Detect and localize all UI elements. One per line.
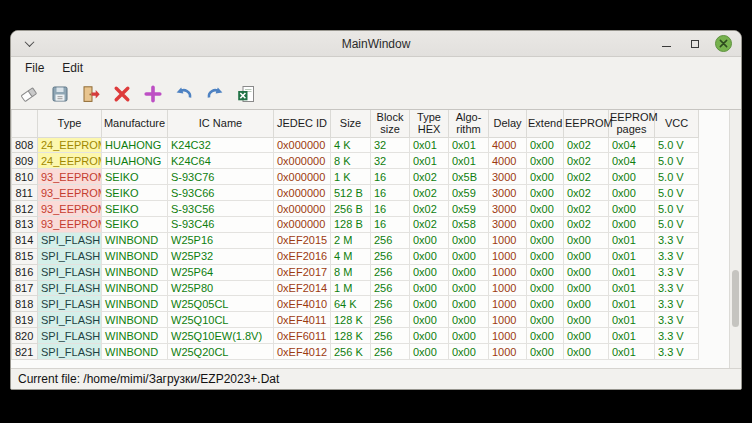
table-cell[interactable]: S-93C66 <box>168 185 274 201</box>
table-cell[interactable]: 0x00 <box>527 137 564 153</box>
table-cell[interactable]: 0x00 <box>609 185 655 201</box>
table-cell[interactable]: 0x02 <box>564 216 609 232</box>
table-cell[interactable]: 0x00 <box>410 344 449 360</box>
table-cell[interactable]: 5.0 V <box>655 169 699 185</box>
table-cell[interactable]: 0x04 <box>609 137 655 153</box>
table-cell[interactable]: 0x00 <box>449 328 489 344</box>
column-header[interactable]: Size <box>331 110 371 137</box>
table-cell[interactable]: K24C64 <box>168 153 274 169</box>
table-cell[interactable]: 32 <box>371 137 410 153</box>
table-cell[interactable]: W25Q10EW(1.8V) <box>168 328 274 344</box>
table-cell[interactable]: WINBOND <box>102 296 168 312</box>
table-cell[interactable]: HUAHONG <box>102 153 168 169</box>
column-header[interactable]: Type <box>38 110 102 137</box>
table-cell[interactable]: 3.3 V <box>655 328 699 344</box>
table-cell[interactable]: S-93C46 <box>168 216 274 232</box>
table-row[interactable]: 820SPI_FLASHWINBONDW25Q10EW(1.8V)0xEF601… <box>12 328 699 344</box>
table-cell[interactable]: WINBOND <box>102 344 168 360</box>
table-cell[interactable]: 0x59 <box>449 185 489 201</box>
table-cell[interactable]: 93_EEPROM <box>38 201 102 217</box>
table-cell[interactable]: 0x00 <box>609 169 655 185</box>
table-cell[interactable]: 256 <box>371 296 410 312</box>
table-cell[interactable]: 0xEF4010 <box>274 296 331 312</box>
table-cell[interactable]: 16 <box>371 169 410 185</box>
table-cell[interactable]: 0x02 <box>410 169 449 185</box>
table-row[interactable]: 80924_EEPROMHUAHONGK24C640x0000008 K320x… <box>12 153 699 169</box>
table-cell[interactable]: 0x01 <box>449 137 489 153</box>
table-cell[interactable]: 0x02 <box>410 185 449 201</box>
add-button[interactable] <box>142 83 164 105</box>
column-header[interactable]: Extend <box>527 110 564 137</box>
table-cell[interactable]: SPI_FLASH <box>38 296 102 312</box>
table-cell[interactable]: 0x000000 <box>274 185 331 201</box>
column-header[interactable]: IC Name <box>168 110 274 137</box>
table-cell[interactable]: 256 B <box>331 201 371 217</box>
table-cell[interactable]: 0x00 <box>410 248 449 264</box>
table-cell[interactable]: 0x01 <box>609 232 655 248</box>
table-row[interactable]: 819SPI_FLASHWINBONDW25Q10CL0xEF4011128 K… <box>12 312 699 328</box>
column-header[interactable]: VCC <box>655 110 699 137</box>
table-cell[interactable]: 93_EEPROM <box>38 216 102 232</box>
table-cell[interactable]: 128 B <box>331 216 371 232</box>
eraser-button[interactable] <box>18 83 40 105</box>
table-cell[interactable]: SEIKO <box>102 185 168 201</box>
undo-button[interactable] <box>173 83 195 105</box>
table-cell[interactable]: 0x00 <box>449 264 489 280</box>
table-cell[interactable]: 0x02 <box>564 169 609 185</box>
table-cell[interactable]: 0xEF4011 <box>274 312 331 328</box>
table-cell[interactable]: S-93C56 <box>168 201 274 217</box>
table-cell[interactable]: SEIKO <box>102 201 168 217</box>
table-cell[interactable]: 256 <box>371 328 410 344</box>
table-cell[interactable]: 5.0 V <box>655 153 699 169</box>
column-header[interactable]: JEDEC ID <box>274 110 331 137</box>
table-cell[interactable]: 3.3 V <box>655 232 699 248</box>
table-cell[interactable]: WINBOND <box>102 232 168 248</box>
table-cell[interactable]: 0x00 <box>410 232 449 248</box>
table-cell[interactable]: 5.0 V <box>655 201 699 217</box>
table-cell[interactable]: 0x00 <box>527 232 564 248</box>
table-cell[interactable]: 0x01 <box>609 344 655 360</box>
table-cell[interactable]: SPI_FLASH <box>38 280 102 296</box>
column-header[interactable]: EEPROM pages <box>609 110 655 137</box>
table-cell[interactable]: 0x00 <box>449 248 489 264</box>
exit-button[interactable] <box>80 83 102 105</box>
table-cell[interactable]: 0x01 <box>609 264 655 280</box>
table-cell[interactable]: 0x00 <box>564 312 609 328</box>
table-cell[interactable]: W25P64 <box>168 264 274 280</box>
table-cell[interactable]: 0x00 <box>527 185 564 201</box>
table-cell[interactable]: 93_EEPROM <box>38 169 102 185</box>
table-cell[interactable]: 0x01 <box>410 153 449 169</box>
table-row[interactable]: 821SPI_FLASHWINBONDW25Q20CL0xEF4012256 K… <box>12 344 699 360</box>
table-cell[interactable]: 0xEF2014 <box>274 280 331 296</box>
table-row[interactable]: 816SPI_FLASHWINBONDW25P640xEF20178 M2560… <box>12 264 699 280</box>
table-cell[interactable]: 1 M <box>331 280 371 296</box>
table-cell[interactable]: 4 M <box>331 248 371 264</box>
table-cell[interactable]: 0x00 <box>527 280 564 296</box>
table-cell[interactable]: 0x000000 <box>274 137 331 153</box>
table-row[interactable]: 81293_EEPROMSEIKOS-93C560x000000256 B160… <box>12 201 699 217</box>
table-cell[interactable]: 5.0 V <box>655 137 699 153</box>
table-cell[interactable]: 0x59 <box>449 201 489 217</box>
table-cell[interactable]: 93_EEPROM <box>38 185 102 201</box>
table-cell[interactable]: 0x00 <box>410 280 449 296</box>
table-cell[interactable]: 0x00 <box>564 264 609 280</box>
table-cell[interactable]: 3.3 V <box>655 280 699 296</box>
table-cell[interactable]: 0x02 <box>564 201 609 217</box>
table-cell[interactable]: 0x00 <box>449 344 489 360</box>
table-cell[interactable]: 3000 <box>489 216 527 232</box>
table-cell[interactable]: 0xEF4012 <box>274 344 331 360</box>
table-cell[interactable]: SEIKO <box>102 216 168 232</box>
table-cell[interactable]: 0x04 <box>609 153 655 169</box>
table-cell[interactable]: WINBOND <box>102 328 168 344</box>
table-cell[interactable]: W25Q05CL <box>168 296 274 312</box>
table-cell[interactable]: 0x58 <box>449 216 489 232</box>
table-cell[interactable]: 3000 <box>489 201 527 217</box>
table-cell[interactable]: 0x00 <box>410 312 449 328</box>
table-cell[interactable]: SPI_FLASH <box>38 312 102 328</box>
table-cell[interactable]: 3000 <box>489 185 527 201</box>
table-cell[interactable]: SPI_FLASH <box>38 232 102 248</box>
table-cell[interactable]: 0x02 <box>564 185 609 201</box>
table-cell[interactable]: 256 <box>371 280 410 296</box>
maximize-button[interactable] <box>686 35 704 53</box>
table-cell[interactable]: 0x01 <box>609 328 655 344</box>
